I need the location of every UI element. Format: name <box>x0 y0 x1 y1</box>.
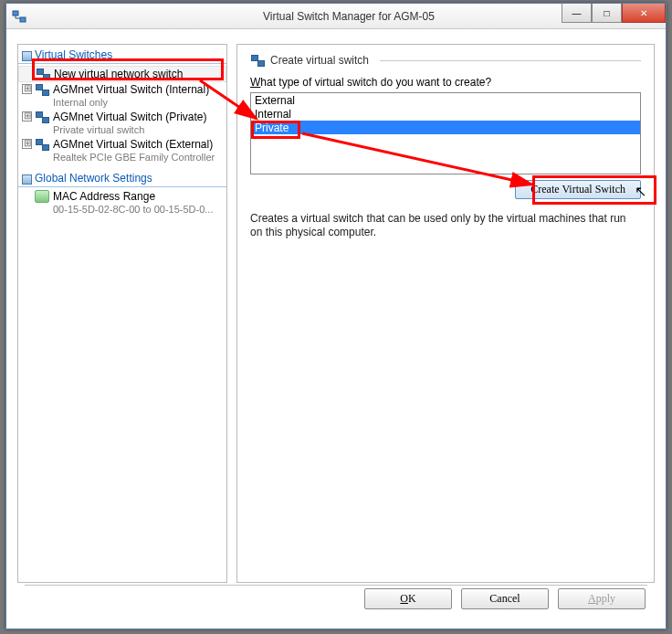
sidebar: Virtual Switches New virtual network swi… <box>17 44 227 583</box>
switch-type-label: What type of virtual switch do you want … <box>250 76 641 89</box>
tree-switch-external[interactable]: AGMnet Virtual Switch (External) Realtek… <box>18 137 226 164</box>
section-global-settings[interactable]: Global Network Settings <box>18 170 226 187</box>
switch-type-option[interactable]: Private <box>251 121 640 134</box>
maximize-button[interactable]: □ <box>592 4 622 23</box>
network-switch-icon <box>35 83 49 96</box>
section-label: Virtual Switches <box>35 48 112 61</box>
divider <box>25 585 647 586</box>
svg-rect-1 <box>20 17 26 22</box>
tree-switch-private[interactable]: AGMnet Virtual Switch (Private) Private … <box>18 110 226 137</box>
app-icon <box>12 9 26 24</box>
minimize-button[interactable]: — <box>562 4 592 23</box>
tree-item-label: AGMnet Virtual Switch (External) <box>53 138 213 151</box>
description-text: Creates a virtual switch that can be use… <box>250 212 641 239</box>
section-label: Global Network Settings <box>35 172 152 185</box>
network-switch-icon <box>35 111 49 123</box>
tree-switch-internal[interactable]: AGMnet Virtual Switch (Internal) Interna… <box>18 82 226 110</box>
nic-icon <box>35 190 49 203</box>
tree-item-label: New virtual network switch <box>54 68 183 80</box>
switch-type-listbox[interactable]: ExternalInternalPrivate <box>250 92 641 174</box>
network-switch-icon <box>36 68 50 80</box>
tree-item-subtitle: 00-15-5D-02-8C-00 to 00-15-5D-0... <box>53 203 213 216</box>
pane-heading: Create virtual switch <box>270 54 369 67</box>
tree-item-label: AGMnet Virtual Switch (Internal) <box>53 83 209 96</box>
switch-type-option[interactable]: External <box>251 93 640 107</box>
section-virtual-switches[interactable]: Virtual Switches <box>18 47 226 64</box>
titlebar[interactable]: Virtual Switch Manager for AGM-05 — □ ✕ <box>6 4 666 29</box>
svg-rect-0 <box>13 11 18 16</box>
network-switch-icon <box>250 54 265 67</box>
tree-item-label: MAC Address Range <box>53 190 155 203</box>
switch-type-option[interactable]: Internal <box>251 107 640 121</box>
window: Virtual Switch Manager for AGM-05 — □ ✕ … <box>5 3 667 629</box>
tree-mac-range[interactable]: MAC Address Range 00-15-5D-02-8C-00 to 0… <box>18 189 226 217</box>
divider <box>380 60 641 61</box>
tree-item-subtitle: Internal only <box>53 96 209 109</box>
ok-button[interactable]: OK <box>364 588 452 609</box>
content-pane: Create virtual switch What type of virtu… <box>236 44 655 583</box>
tree-new-virtual-switch[interactable]: New virtual network switch <box>18 66 226 82</box>
network-switch-icon <box>35 138 49 151</box>
tree-item-subtitle: Private virtual switch <box>53 123 207 136</box>
apply-button[interactable]: Apply <box>558 588 646 609</box>
cancel-button[interactable]: Cancel <box>461 588 549 609</box>
tree-item-subtitle: Realtek PCIe GBE Family Controller <box>53 151 215 164</box>
close-button[interactable]: ✕ <box>622 4 666 23</box>
create-virtual-switch-button[interactable]: Create Virtual Switch <box>515 180 641 199</box>
dialog-footer: OK Cancel Apply <box>6 588 666 619</box>
cursor-icon: ↖ <box>635 183 646 200</box>
tree-item-label: AGMnet Virtual Switch (Private) <box>53 111 207 123</box>
